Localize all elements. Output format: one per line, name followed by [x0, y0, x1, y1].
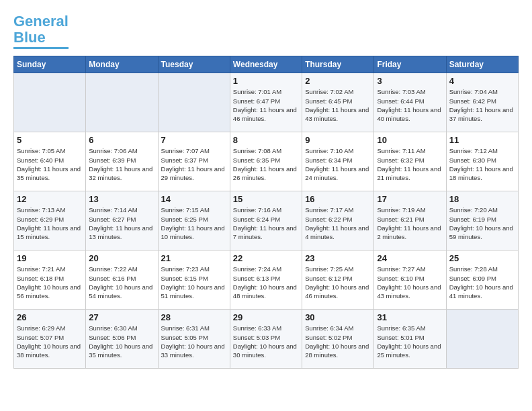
day-info: Sunrise: 7:22 AMSunset: 6:16 PMDaylight:… — [89, 265, 154, 300]
day-info: Sunrise: 7:14 AMSunset: 6:27 PMDaylight:… — [89, 205, 154, 241]
day-info: Sunrise: 7:23 AMSunset: 6:15 PMDaylight:… — [161, 265, 227, 300]
day-number: 4 — [449, 76, 515, 86]
calendar-cell: 10Sunrise: 7:11 AMSunset: 6:32 PMDayligh… — [374, 132, 446, 191]
calendar-cell: 13Sunrise: 7:14 AMSunset: 6:27 PMDayligh… — [86, 191, 158, 250]
day-number: 18 — [449, 194, 515, 204]
day-info: Sunrise: 7:12 AMSunset: 6:30 PMDaylight:… — [449, 146, 515, 182]
day-info: Sunrise: 7:20 AMSunset: 6:19 PMDaylight:… — [449, 205, 515, 241]
calendar-cell: 30Sunrise: 6:34 AMSunset: 5:02 PMDayligh… — [302, 310, 374, 369]
calendar-cell: 28Sunrise: 6:31 AMSunset: 5:05 PMDayligh… — [158, 310, 230, 369]
day-number: 1 — [233, 76, 299, 86]
day-number: 14 — [161, 194, 227, 204]
calendar-cell — [158, 73, 230, 132]
calendar-cell: 2Sunrise: 7:02 AMSunset: 6:45 PMDaylight… — [302, 73, 374, 132]
day-info: Sunrise: 6:31 AMSunset: 5:05 PMDaylight:… — [161, 324, 227, 359]
calendar-cell: 25Sunrise: 7:28 AMSunset: 6:09 PMDayligh… — [446, 250, 518, 310]
day-info: Sunrise: 7:19 AMSunset: 6:21 PMDaylight:… — [377, 205, 443, 241]
day-number: 31 — [377, 312, 443, 322]
calendar-cell: 11Sunrise: 7:12 AMSunset: 6:30 PMDayligh… — [446, 132, 518, 191]
day-info: Sunrise: 6:29 AMSunset: 5:07 PMDaylight:… — [17, 324, 83, 359]
day-info: Sunrise: 7:28 AMSunset: 6:09 PMDaylight:… — [449, 265, 515, 300]
calendar-cell: 5Sunrise: 7:05 AMSunset: 6:40 PMDaylight… — [14, 132, 86, 191]
day-number: 12 — [17, 194, 83, 204]
calendar-cell: 26Sunrise: 6:29 AMSunset: 5:07 PMDayligh… — [14, 310, 86, 369]
day-number: 15 — [233, 194, 299, 204]
day-info: Sunrise: 7:11 AMSunset: 6:32 PMDaylight:… — [377, 146, 443, 182]
day-info: Sunrise: 6:30 AMSunset: 5:06 PMDaylight:… — [89, 324, 154, 359]
day-info: Sunrise: 7:27 AMSunset: 6:10 PMDaylight:… — [377, 265, 443, 300]
day-info: Sunrise: 7:02 AMSunset: 6:45 PMDaylight:… — [305, 87, 371, 123]
day-info: Sunrise: 7:17 AMSunset: 6:22 PMDaylight:… — [305, 205, 371, 241]
day-number: 26 — [17, 312, 83, 322]
calendar-cell: 3Sunrise: 7:03 AMSunset: 6:44 PMDaylight… — [374, 73, 446, 132]
day-number: 20 — [89, 253, 154, 263]
calendar-cell: 15Sunrise: 7:16 AMSunset: 6:24 PMDayligh… — [230, 191, 302, 250]
day-info: Sunrise: 7:25 AMSunset: 6:12 PMDaylight:… — [305, 265, 371, 300]
calendar-cell: 6Sunrise: 7:06 AMSunset: 6:39 PMDaylight… — [86, 132, 158, 191]
day-info: Sunrise: 7:06 AMSunset: 6:39 PMDaylight:… — [89, 146, 154, 182]
day-number: 8 — [233, 135, 299, 145]
day-number: 30 — [305, 312, 371, 322]
weekday-header: Sunday — [14, 56, 86, 73]
day-info: Sunrise: 7:05 AMSunset: 6:40 PMDaylight:… — [17, 146, 83, 182]
weekday-header: Saturday — [446, 56, 518, 73]
logo: General Blue — [13, 13, 69, 49]
calendar-cell: 16Sunrise: 7:17 AMSunset: 6:22 PMDayligh… — [302, 191, 374, 250]
day-info: Sunrise: 7:15 AMSunset: 6:25 PMDaylight:… — [161, 205, 227, 241]
weekday-header: Monday — [86, 56, 158, 73]
calendar-cell: 22Sunrise: 7:24 AMSunset: 6:13 PMDayligh… — [230, 250, 302, 310]
day-info: Sunrise: 6:34 AMSunset: 5:02 PMDaylight:… — [305, 324, 371, 359]
day-info: Sunrise: 6:35 AMSunset: 5:01 PMDaylight:… — [377, 324, 443, 359]
calendar-cell — [86, 73, 158, 132]
calendar-cell — [14, 73, 86, 132]
calendar-cell: 31Sunrise: 6:35 AMSunset: 5:01 PMDayligh… — [374, 310, 446, 369]
calendar-cell: 20Sunrise: 7:22 AMSunset: 6:16 PMDayligh… — [86, 250, 158, 310]
logo-text: General Blue — [13, 13, 69, 46]
day-info: Sunrise: 7:07 AMSunset: 6:37 PMDaylight:… — [161, 146, 227, 182]
day-number: 17 — [377, 194, 443, 204]
calendar-cell: 1Sunrise: 7:01 AMSunset: 6:47 PMDaylight… — [230, 73, 302, 132]
calendar-body: 1Sunrise: 7:01 AMSunset: 6:47 PMDaylight… — [14, 73, 519, 369]
day-info: Sunrise: 6:33 AMSunset: 5:03 PMDaylight:… — [233, 324, 299, 359]
calendar-cell: 29Sunrise: 6:33 AMSunset: 5:03 PMDayligh… — [230, 310, 302, 369]
calendar-cell: 19Sunrise: 7:21 AMSunset: 6:18 PMDayligh… — [14, 250, 86, 310]
day-info: Sunrise: 7:16 AMSunset: 6:24 PMDaylight:… — [233, 205, 299, 241]
day-info: Sunrise: 7:01 AMSunset: 6:47 PMDaylight:… — [233, 87, 299, 123]
day-number: 24 — [377, 253, 443, 263]
day-info: Sunrise: 7:24 AMSunset: 6:13 PMDaylight:… — [233, 265, 299, 300]
calendar-cell: 9Sunrise: 7:10 AMSunset: 6:34 PMDaylight… — [302, 132, 374, 191]
day-number: 16 — [305, 194, 371, 204]
day-info: Sunrise: 7:21 AMSunset: 6:18 PMDaylight:… — [17, 265, 83, 300]
calendar-header: SundayMondayTuesdayWednesdayThursdayFrid… — [14, 56, 519, 73]
weekday-header: Friday — [374, 56, 446, 73]
calendar-cell: 7Sunrise: 7:07 AMSunset: 6:37 PMDaylight… — [158, 132, 230, 191]
calendar-cell: 23Sunrise: 7:25 AMSunset: 6:12 PMDayligh… — [302, 250, 374, 310]
day-info: Sunrise: 7:03 AMSunset: 6:44 PMDaylight:… — [377, 87, 443, 123]
logo-blue: Blue — [13, 29, 46, 46]
day-number: 27 — [89, 312, 154, 322]
calendar-cell: 27Sunrise: 6:30 AMSunset: 5:06 PMDayligh… — [86, 310, 158, 369]
day-number: 9 — [305, 135, 371, 145]
day-number: 7 — [161, 135, 227, 145]
weekday-header: Wednesday — [230, 56, 302, 73]
calendar-cell: 18Sunrise: 7:20 AMSunset: 6:19 PMDayligh… — [446, 191, 518, 250]
calendar-cell: 24Sunrise: 7:27 AMSunset: 6:10 PMDayligh… — [374, 250, 446, 310]
day-number: 3 — [377, 76, 443, 86]
day-info: Sunrise: 7:10 AMSunset: 6:34 PMDaylight:… — [305, 146, 371, 182]
weekday-header: Tuesday — [158, 56, 230, 73]
calendar-cell — [446, 310, 518, 369]
day-number: 19 — [17, 253, 83, 263]
calendar-cell: 8Sunrise: 7:08 AMSunset: 6:35 PMDaylight… — [230, 132, 302, 191]
calendar-cell: 21Sunrise: 7:23 AMSunset: 6:15 PMDayligh… — [158, 250, 230, 310]
day-number: 5 — [17, 135, 83, 145]
day-number: 13 — [89, 194, 154, 204]
logo-underline — [13, 47, 69, 49]
day-number: 25 — [449, 253, 515, 263]
day-number: 23 — [305, 253, 371, 263]
day-number: 21 — [161, 253, 227, 263]
day-number: 10 — [377, 135, 443, 145]
day-number: 11 — [449, 135, 515, 145]
day-number: 2 — [305, 76, 371, 86]
calendar-cell: 4Sunrise: 7:04 AMSunset: 6:42 PMDaylight… — [446, 73, 518, 132]
day-number: 29 — [233, 312, 299, 322]
